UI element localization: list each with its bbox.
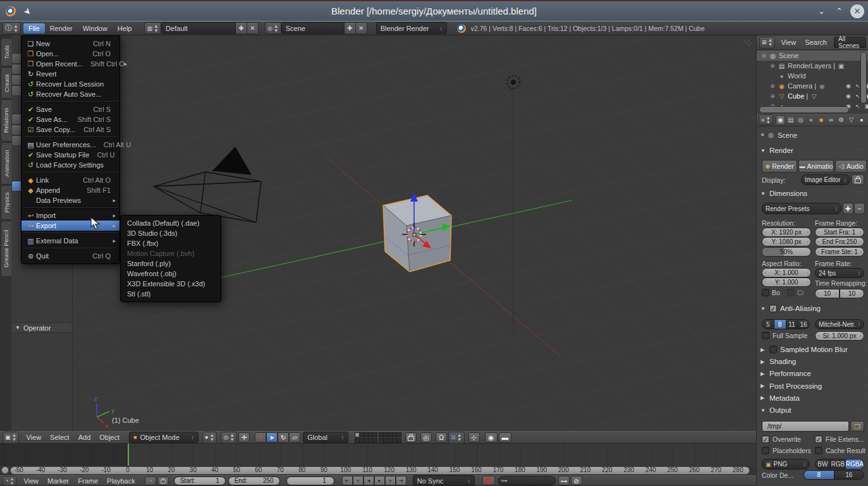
aa-sample-8[interactable]: 8 — [774, 320, 786, 329]
timeline-track[interactable] — [0, 444, 756, 466]
outliner-menu-view[interactable]: View — [776, 37, 800, 47]
timeline-menu-view[interactable]: View — [19, 476, 43, 486]
scene-icon[interactable]: ◎▲▼ — [265, 22, 281, 34]
tool-button-fragment[interactable] — [11, 85, 21, 96]
expand-icon[interactable]: ⊕ — [769, 83, 776, 89]
current-frame-field[interactable]: 1 — [286, 477, 334, 485]
expand-icon[interactable]: ⊕ — [761, 52, 767, 59]
menu-help[interactable]: Help — [113, 23, 137, 33]
depth-16[interactable]: 16 — [834, 471, 864, 479]
preset-remove-button[interactable]: − — [854, 203, 865, 214]
full-sample-checkbox[interactable]: Full Sample — [762, 332, 807, 339]
outliner-row-camera[interactable]: ⊕◉Camera|◉◉↖▣ — [757, 81, 868, 91]
remap-old-field[interactable]: ‹10› — [815, 289, 840, 298]
toolshelf-tab-animation[interactable]: Animation — [1, 142, 11, 185]
panel-grip[interactable]: ∷∷ — [862, 358, 865, 364]
layout-selector[interactable]: Default — [161, 22, 236, 34]
scene-selector[interactable]: Scene — [281, 22, 345, 34]
aa-filter-select[interactable]: Mitchell-Netr...↕ — [815, 319, 864, 329]
export-item-collada[interactable]: Collada (Default) (.dae) — [121, 218, 221, 228]
file-menu-item-load-factory-settings[interactable]: ↺Load Factory Settings — [21, 160, 119, 170]
timeline-editor-type-button[interactable]: ◔▲▼ — [3, 476, 16, 486]
section-metadata[interactable]: ▶Metadata∷∷ — [761, 394, 800, 402]
outliner-vscrollbar[interactable] — [860, 52, 867, 104]
next-keyframe-button[interactable]: » — [385, 476, 396, 485]
outliner-row-world[interactable]: ●World — [757, 71, 868, 81]
play-reverse-button[interactable]: ◂ — [364, 476, 374, 485]
file-menu-item-save-as[interactable]: ✔Save As...Shift Ctrl S — [21, 114, 119, 125]
file-menu-item-save-startup-file[interactable]: ✔Save Startup FileCtrl U — [21, 150, 119, 160]
render-tab[interactable]: ◉ — [776, 115, 785, 125]
layout-delete-button[interactable]: ✕ — [247, 22, 259, 34]
scene-delete-button[interactable]: ✕ — [356, 22, 367, 34]
translate-manipulator-button[interactable]: ➤ — [266, 432, 278, 442]
playback-range-button[interactable]: ◔ — [145, 477, 156, 485]
file-menu-item-external-data[interactable]: ▥External Data▸ — [21, 236, 119, 246]
section-anti-aliasing[interactable]: ▼Anti-Aliasing — [761, 305, 821, 312]
toolshelf-tab-tools[interactable]: Tools — [1, 38, 11, 66]
file-menu-item-revert[interactable]: ↻Revert — [21, 69, 119, 79]
jump-end-button[interactable]: ⇥ — [396, 476, 406, 485]
pivot-align-button[interactable]: ✛ — [238, 432, 250, 442]
export-item-3d-studio[interactable]: 3D Studio (.3ds) — [121, 228, 221, 238]
aspect-x-field[interactable]: ‹X: 1.000› — [762, 268, 811, 277]
channel-rgba[interactable]: RGBA — [846, 459, 864, 469]
rotate-manipulator-button[interactable]: ↻ — [278, 432, 289, 442]
opengl-render-anim-button[interactable]: ▬ — [499, 432, 511, 442]
section-output[interactable]: ▼Output — [761, 406, 792, 414]
remap-new-field[interactable]: ‹10› — [840, 289, 864, 298]
outliner-editor-type-button[interactable]: ⊞▲▼ — [759, 37, 775, 49]
timeline-menu-frame[interactable]: Frame — [73, 476, 102, 486]
resolution-x-field[interactable]: ‹X: 1920 px› — [762, 228, 811, 237]
crop-checkbox[interactable]: Cr — [787, 289, 804, 296]
audio-button[interactable]: ◁)Audio — [835, 160, 867, 173]
preset-add-button[interactable]: ✚ — [843, 203, 853, 214]
export-item-fbx[interactable]: FBX (.fbx) — [121, 238, 221, 248]
outliner-menu-search[interactable]: Search — [800, 37, 831, 47]
frame-lock-button[interactable] — [157, 477, 169, 485]
export-item-stanford[interactable]: Stanford (.ply) — [121, 258, 221, 269]
pointer-icon[interactable]: ↖ — [855, 103, 860, 109]
aspect-y-field[interactable]: ‹Y: 1.000› — [762, 277, 811, 287]
output-path-field[interactable]: /tmp/ — [762, 421, 849, 432]
panel-grip[interactable]: ∷∷ — [862, 394, 865, 401]
aa-size-field[interactable]: ‹Si: 1.000 px› — [815, 331, 864, 341]
panel-grip[interactable]: ∷∷ — [862, 370, 865, 376]
file-menu-item-save[interactable]: ✔SaveCtrl S — [21, 104, 119, 114]
file-format-select[interactable]: ▣PNG↕ — [762, 459, 810, 470]
minimize-button[interactable]: ⌄ — [818, 6, 825, 16]
frame-step-field[interactable]: ‹Frame Ste: 1› — [815, 247, 864, 257]
aa-sample-11[interactable]: 11 — [786, 320, 798, 329]
mode-select[interactable]: ■Object Mode↕ — [129, 432, 199, 443]
aa-sample-16[interactable]: 16 — [798, 320, 809, 329]
snap-element-button[interactable]: ⊞▲▼ — [448, 432, 464, 444]
timeline-ruler[interactable]: -50-40-30-20-100102030405060708090100110… — [0, 466, 756, 475]
file-menu-item-recover-auto-save[interactable]: ↺Recover Auto Save... — [21, 89, 119, 99]
outliner-hscrollbar[interactable] — [759, 106, 849, 113]
operator-panel-header[interactable]: ▼ Operator ∷∷ — [11, 322, 72, 333]
browse-folder-button[interactable]: ❒ — [850, 421, 864, 432]
view3d-menu-object[interactable]: Object — [95, 432, 124, 442]
view3d-menu-add[interactable]: Add — [74, 432, 95, 442]
material-tab[interactable]: ● — [857, 115, 866, 125]
channel-rgb[interactable]: RGB — [831, 459, 846, 469]
file-menu-item-import[interactable]: ↩Import▸ — [21, 210, 119, 221]
tool-button-fragment[interactable] — [11, 75, 21, 85]
maximize-button[interactable]: ⌃ — [836, 6, 843, 16]
animation-button[interactable]: ▬Animatio — [798, 160, 834, 173]
file-menu-item-open[interactable]: ❒Open...Ctrl O — [21, 49, 119, 59]
render-engine-select[interactable]: Blender Render↕ — [376, 22, 447, 34]
export-item-wavefront[interactable]: Wavefront (.obj) — [121, 269, 221, 279]
eye-icon[interactable]: ◉ — [846, 83, 851, 89]
prev-keyframe-button[interactable]: « — [353, 476, 364, 485]
insert-keyframe-button[interactable]: ⊶ — [558, 476, 570, 485]
view3d-menu-select[interactable]: Select — [46, 432, 74, 442]
tool-button-fragment[interactable] — [11, 53, 21, 64]
file-menu-item-quit[interactable]: ⊚QuitCtrl Q — [21, 251, 119, 261]
timeline-menu-playback[interactable]: Playback — [102, 476, 140, 486]
display-select[interactable]: Image Editor↕ — [801, 174, 850, 185]
snap-target-button[interactable]: ⊹ — [468, 432, 480, 442]
world-tab[interactable]: ● — [806, 115, 816, 125]
section-dimensions[interactable]: ▼Dimensions — [761, 190, 807, 197]
layer-cell[interactable] — [396, 432, 401, 437]
